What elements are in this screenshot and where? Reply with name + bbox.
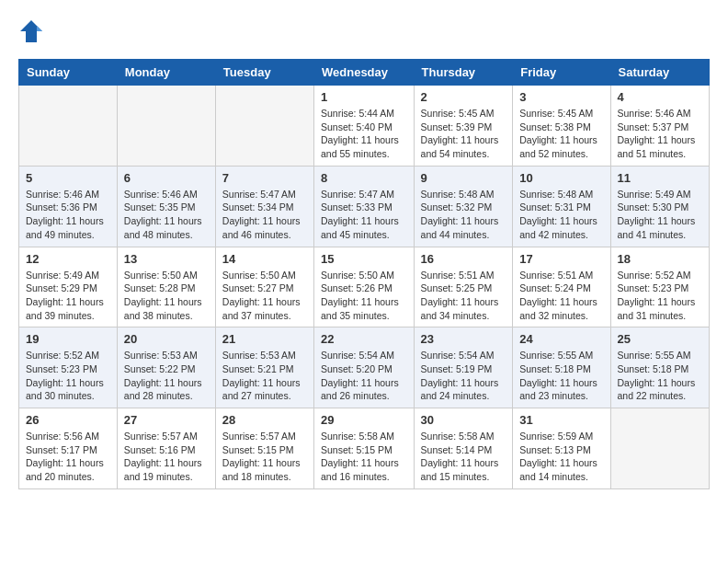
calendar-week-row: 19Sunrise: 5:52 AM Sunset: 5:23 PM Dayli… (19, 327, 710, 408)
day-info: Sunrise: 5:59 AM Sunset: 5:13 PM Dayligh… (519, 430, 603, 484)
day-number: 27 (124, 413, 209, 427)
logo-icon (18, 18, 44, 44)
day-info: Sunrise: 5:54 AM Sunset: 5:19 PM Dayligh… (421, 349, 506, 403)
day-info: Sunrise: 5:49 AM Sunset: 5:29 PM Dayligh… (26, 269, 110, 323)
day-info: Sunrise: 5:50 AM Sunset: 5:26 PM Dayligh… (321, 269, 407, 323)
calendar-cell: 26Sunrise: 5:56 AM Sunset: 5:17 PM Dayli… (19, 408, 118, 489)
calendar-day-header: Friday (513, 60, 610, 86)
day-info: Sunrise: 5:47 AM Sunset: 5:33 PM Dayligh… (321, 188, 407, 242)
day-info: Sunrise: 5:56 AM Sunset: 5:17 PM Dayligh… (26, 430, 110, 484)
calendar-day-header: Thursday (414, 60, 513, 86)
calendar-cell: 8Sunrise: 5:47 AM Sunset: 5:33 PM Daylig… (314, 166, 415, 247)
calendar-week-row: 12Sunrise: 5:49 AM Sunset: 5:29 PM Dayli… (19, 247, 710, 327)
day-number: 5 (26, 171, 110, 185)
calendar-cell: 6Sunrise: 5:46 AM Sunset: 5:35 PM Daylig… (117, 166, 215, 247)
day-info: Sunrise: 5:58 AM Sunset: 5:15 PM Dayligh… (321, 430, 407, 484)
calendar-cell: 7Sunrise: 5:47 AM Sunset: 5:34 PM Daylig… (215, 166, 313, 247)
calendar-cell: 20Sunrise: 5:53 AM Sunset: 5:22 PM Dayli… (117, 327, 215, 408)
day-number: 15 (321, 252, 407, 266)
calendar-cell: 9Sunrise: 5:48 AM Sunset: 5:32 PM Daylig… (414, 166, 513, 247)
day-number: 20 (124, 332, 209, 346)
day-number: 11 (618, 171, 702, 185)
day-number: 30 (421, 413, 506, 427)
calendar-cell: 18Sunrise: 5:52 AM Sunset: 5:23 PM Dayli… (610, 247, 709, 327)
day-info: Sunrise: 5:45 AM Sunset: 5:39 PM Dayligh… (421, 107, 506, 161)
calendar-cell: 19Sunrise: 5:52 AM Sunset: 5:23 PM Dayli… (19, 327, 118, 408)
day-info: Sunrise: 5:58 AM Sunset: 5:14 PM Dayligh… (421, 430, 506, 484)
calendar-cell: 10Sunrise: 5:48 AM Sunset: 5:31 PM Dayli… (513, 166, 610, 247)
calendar-cell: 13Sunrise: 5:50 AM Sunset: 5:28 PM Dayli… (117, 247, 215, 327)
calendar-cell: 14Sunrise: 5:50 AM Sunset: 5:27 PM Dayli… (215, 247, 313, 327)
day-info: Sunrise: 5:47 AM Sunset: 5:34 PM Dayligh… (222, 188, 307, 242)
calendar-week-row: 1Sunrise: 5:44 AM Sunset: 5:40 PM Daylig… (19, 86, 710, 167)
day-number: 21 (222, 332, 307, 346)
day-number: 1 (321, 90, 407, 104)
day-number: 13 (124, 252, 209, 266)
day-number: 19 (26, 332, 110, 346)
calendar-cell: 5Sunrise: 5:46 AM Sunset: 5:36 PM Daylig… (19, 166, 118, 247)
calendar-cell: 11Sunrise: 5:49 AM Sunset: 5:30 PM Dayli… (610, 166, 709, 247)
day-info: Sunrise: 5:50 AM Sunset: 5:27 PM Dayligh… (222, 269, 307, 323)
day-info: Sunrise: 5:48 AM Sunset: 5:32 PM Dayligh… (421, 188, 506, 242)
calendar-day-header: Wednesday (314, 60, 415, 86)
day-number: 9 (421, 171, 506, 185)
calendar-cell (610, 408, 709, 489)
day-info: Sunrise: 5:51 AM Sunset: 5:25 PM Dayligh… (421, 269, 506, 323)
day-number: 7 (222, 171, 307, 185)
calendar-cell: 29Sunrise: 5:58 AM Sunset: 5:15 PM Dayli… (314, 408, 415, 489)
day-info: Sunrise: 5:52 AM Sunset: 5:23 PM Dayligh… (26, 349, 110, 403)
day-info: Sunrise: 5:55 AM Sunset: 5:18 PM Dayligh… (519, 349, 603, 403)
day-number: 17 (519, 252, 603, 266)
day-info: Sunrise: 5:53 AM Sunset: 5:21 PM Dayligh… (222, 349, 307, 403)
calendar-header-row: SundayMondayTuesdayWednesdayThursdayFrid… (19, 60, 710, 86)
calendar-table: SundayMondayTuesdayWednesdayThursdayFrid… (18, 59, 710, 489)
day-info: Sunrise: 5:45 AM Sunset: 5:38 PM Dayligh… (519, 107, 603, 161)
calendar-day-header: Monday (117, 60, 215, 86)
calendar-week-row: 26Sunrise: 5:56 AM Sunset: 5:17 PM Dayli… (19, 408, 710, 489)
day-info: Sunrise: 5:46 AM Sunset: 5:35 PM Dayligh… (124, 188, 209, 242)
day-number: 25 (618, 332, 702, 346)
day-number: 28 (222, 413, 307, 427)
day-number: 3 (519, 90, 603, 104)
day-info: Sunrise: 5:49 AM Sunset: 5:30 PM Dayligh… (618, 188, 702, 242)
day-number: 23 (421, 332, 506, 346)
calendar-cell: 24Sunrise: 5:55 AM Sunset: 5:18 PM Dayli… (513, 327, 610, 408)
day-info: Sunrise: 5:51 AM Sunset: 5:24 PM Dayligh… (519, 269, 603, 323)
day-number: 18 (618, 252, 702, 266)
day-number: 6 (124, 171, 209, 185)
calendar-cell: 31Sunrise: 5:59 AM Sunset: 5:13 PM Dayli… (513, 408, 610, 489)
calendar-cell: 2Sunrise: 5:45 AM Sunset: 5:39 PM Daylig… (414, 86, 513, 167)
day-number: 12 (26, 252, 110, 266)
day-info: Sunrise: 5:44 AM Sunset: 5:40 PM Dayligh… (321, 107, 407, 161)
calendar-cell: 15Sunrise: 5:50 AM Sunset: 5:26 PM Dayli… (314, 247, 415, 327)
calendar-cell: 23Sunrise: 5:54 AM Sunset: 5:19 PM Dayli… (414, 327, 513, 408)
calendar-day-header: Tuesday (215, 60, 313, 86)
day-number: 8 (321, 171, 407, 185)
calendar-cell: 28Sunrise: 5:57 AM Sunset: 5:15 PM Dayli… (215, 408, 313, 489)
day-info: Sunrise: 5:57 AM Sunset: 5:15 PM Dayligh… (222, 430, 307, 484)
day-number: 26 (26, 413, 110, 427)
calendar-cell (117, 86, 215, 167)
day-info: Sunrise: 5:46 AM Sunset: 5:37 PM Dayligh… (618, 107, 702, 161)
day-info: Sunrise: 5:50 AM Sunset: 5:28 PM Dayligh… (124, 269, 209, 323)
day-info: Sunrise: 5:52 AM Sunset: 5:23 PM Dayligh… (618, 269, 702, 323)
calendar-cell: 25Sunrise: 5:55 AM Sunset: 5:18 PM Dayli… (610, 327, 709, 408)
page-header (18, 18, 710, 44)
day-info: Sunrise: 5:57 AM Sunset: 5:16 PM Dayligh… (124, 430, 209, 484)
day-info: Sunrise: 5:54 AM Sunset: 5:20 PM Dayligh… (321, 349, 407, 403)
calendar-cell: 30Sunrise: 5:58 AM Sunset: 5:14 PM Dayli… (414, 408, 513, 489)
day-number: 24 (519, 332, 603, 346)
day-number: 29 (321, 413, 407, 427)
day-number: 31 (519, 413, 603, 427)
day-number: 2 (421, 90, 506, 104)
calendar-cell: 3Sunrise: 5:45 AM Sunset: 5:38 PM Daylig… (513, 86, 610, 167)
day-info: Sunrise: 5:55 AM Sunset: 5:18 PM Dayligh… (618, 349, 702, 403)
day-info: Sunrise: 5:48 AM Sunset: 5:31 PM Dayligh… (519, 188, 603, 242)
day-info: Sunrise: 5:53 AM Sunset: 5:22 PM Dayligh… (124, 349, 209, 403)
day-number: 4 (618, 90, 702, 104)
calendar-week-row: 5Sunrise: 5:46 AM Sunset: 5:36 PM Daylig… (19, 166, 710, 247)
logo (18, 18, 48, 44)
calendar-day-header: Sunday (19, 60, 118, 86)
calendar-day-header: Saturday (610, 60, 709, 86)
calendar-cell: 17Sunrise: 5:51 AM Sunset: 5:24 PM Dayli… (513, 247, 610, 327)
